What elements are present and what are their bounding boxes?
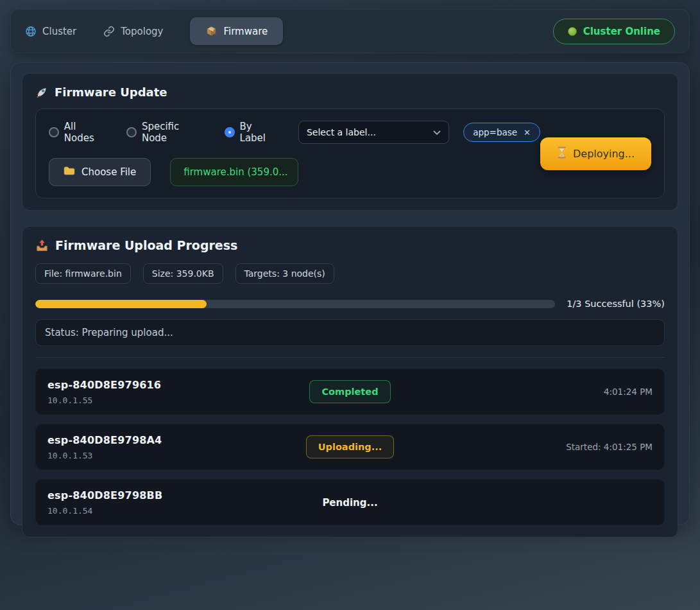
nav-tab-label: Firmware [223,26,268,37]
node-status: Uploading... [306,435,394,458]
node-status: Pending... [322,496,377,509]
selected-file-name: firmware.bin (359.0... [170,158,298,186]
node-identity: esp-840D8E9798A4 10.0.1.53 [47,434,306,460]
upload-progress-card: Firmware Upload Progress File: firmware.… [22,226,678,537]
status-badge: Completed [309,380,390,403]
firmware-update-card: Firmware Update All Nodes Specific Node … [22,73,678,211]
package-icon [205,25,218,37]
progress-label: 1/3 Successful (33%) [567,299,665,309]
nav-tab-label: Cluster [42,26,76,37]
nav-tab-firmware[interactable]: Firmware [190,17,283,45]
card-title-text: Firmware Upload Progress [55,238,237,252]
radio-specific-node[interactable]: Specific Node [126,121,207,144]
node-ip: 10.0.1.55 [47,396,309,405]
nav-tab-cluster[interactable]: Cluster [25,26,76,37]
deploy-form-panel: All Nodes Specific Node By Label Select … [35,109,665,198]
firmware-update-title: Firmware Update [35,85,665,99]
progress-row: 1/3 Successful (33%) [35,299,665,309]
main-panel: Firmware Update All Nodes Specific Node … [10,62,690,525]
link-icon [103,26,115,37]
file-size-chip: Size: 359.0KB [143,263,223,284]
deploy-form-fields: All Nodes Specific Node By Label Select … [49,121,540,186]
progress-bar [35,300,555,308]
file-row: Choose File firmware.bin (359.0... [49,158,540,186]
status-badge: Uploading... [306,435,394,458]
globe-icon [25,26,37,37]
radio-by-label[interactable]: By Label [225,121,280,144]
node-row-3: esp-840D8E9798BB 10.0.1.54 Pending... [35,479,665,525]
node-identity: esp-840D8E979616 10.0.1.55 [47,379,309,405]
node-status: Completed [309,380,390,403]
rocket-icon [35,86,48,99]
radio-circle-icon[interactable] [126,127,137,137]
node-timestamp: 4:01:24 PM [604,387,653,397]
radio-label: All Nodes [64,121,108,144]
upload-meta-chips: File: firmware.bin Size: 359.0KB Targets… [35,263,665,284]
radio-label: Specific Node [142,121,207,144]
cluster-status-badge: Cluster Online [553,19,675,44]
targets-chip: Targets: 3 node(s) [235,263,334,284]
node-row-1: esp-840D8E979616 10.0.1.55 Completed 4:0… [35,369,665,415]
node-list: esp-840D8E979616 10.0.1.55 Completed 4:0… [35,369,665,525]
label-chip-text: app=base [473,127,517,137]
choose-file-label: Choose File [81,166,136,178]
radio-circle-icon[interactable] [225,127,235,137]
label-select[interactable]: Select a label... [298,121,449,144]
target-mode-row: All Nodes Specific Node By Label Select … [49,121,540,144]
node-identity: esp-840D8E9798BB 10.0.1.54 [47,489,322,516]
remove-label-icon[interactable]: ✕ [524,128,531,137]
label-chip-app-base[interactable]: app=base ✕ [463,123,540,142]
node-timestamp: Started: 4:01:25 PM [566,442,653,452]
label-select-placeholder: Select a label... [307,127,376,137]
node-name: esp-840D8E9798A4 [47,434,306,446]
node-ip: 10.0.1.53 [47,451,306,460]
online-dot-icon [568,27,577,36]
node-name: esp-840D8E9798BB [47,489,322,501]
radio-all-nodes[interactable]: All Nodes [49,121,108,144]
hourglass-icon [557,146,567,161]
node-name: esp-840D8E979616 [47,379,309,391]
deploy-button[interactable]: Deploying... [540,137,651,170]
file-name-chip: File: firmware.bin [35,263,131,284]
node-row-2: esp-840D8E9798A4 10.0.1.53 Uploading... … [35,424,665,470]
status-message: Status: Preparing upload... [35,319,665,346]
chevron-down-icon [433,127,441,137]
progress-bar-fill [35,300,207,308]
radio-circle-icon[interactable] [49,127,59,137]
radio-label: By Label [240,121,280,144]
upload-tray-icon [35,239,49,252]
cluster-status-label: Cluster Online [583,26,660,37]
status-badge: Pending... [322,497,377,509]
nav-tab-label: Topology [121,26,163,37]
node-ip: 10.0.1.54 [47,506,322,516]
choose-file-button[interactable]: Choose File [49,158,151,186]
top-nav: Cluster Topology Firmware Cluster Online [10,9,690,53]
deploy-button-label: Deploying... [573,148,635,160]
card-title-text: Firmware Update [55,85,167,99]
folder-icon [64,166,75,178]
divider [35,357,665,358]
upload-progress-title: Firmware Upload Progress [35,238,665,252]
nav-tab-topology[interactable]: Topology [103,26,163,37]
